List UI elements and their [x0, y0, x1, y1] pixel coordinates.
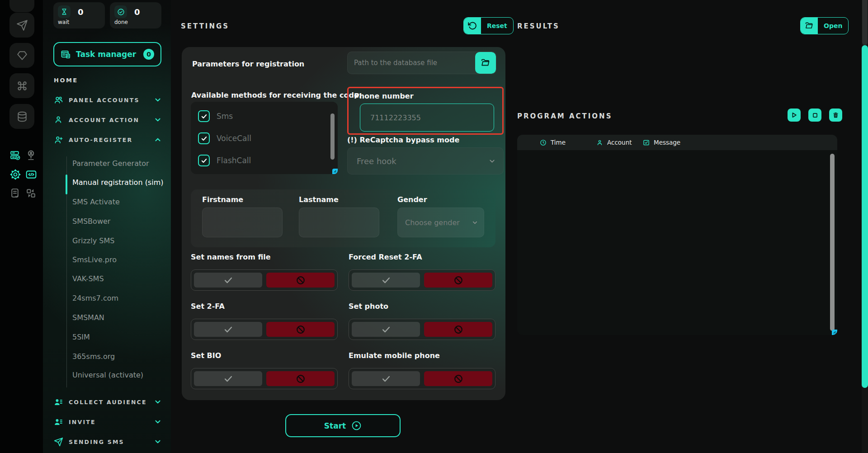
recaptcha-value: Free hook — [348, 156, 396, 166]
deny-block-icon[interactable] — [266, 371, 335, 386]
folder-open-icon — [801, 18, 818, 34]
active-item-bar — [66, 175, 67, 194]
start-button[interactable]: Start — [285, 414, 401, 437]
page-scrollbar-thumb[interactable] — [862, 45, 868, 388]
checkbox-checked-icon[interactable] — [198, 132, 210, 144]
column-message[interactable]: Message — [643, 135, 680, 150]
subitem-grizzly-sms[interactable]: Grizzly SMS — [72, 236, 114, 247]
subitem-sms-activate[interactable]: SMS Activate — [72, 198, 120, 208]
clock-icon — [540, 139, 547, 146]
firstname-input[interactable] — [203, 208, 282, 237]
trash-button[interactable] — [829, 109, 842, 122]
nav-sending-sms[interactable]: SENDING SMS — [53, 436, 162, 448]
allow-check-icon[interactable] — [194, 322, 262, 337]
gender-select[interactable]: Choose gender — [397, 208, 484, 237]
checkbox-checked-icon[interactable] — [198, 110, 210, 122]
subitem-5sim[interactable]: 5SIM — [72, 333, 90, 344]
subitem-smslive-pro[interactable]: SmsLive.pro — [72, 255, 117, 266]
deny-block-icon[interactable] — [266, 273, 335, 288]
task-manager-button[interactable]: Task manager 0 — [53, 42, 161, 66]
reset-button[interactable]: Reset — [463, 17, 514, 34]
nav-panel-accounts[interactable]: PANEL ACCOUNTS — [53, 94, 162, 106]
allow-check-icon[interactable] — [194, 371, 262, 386]
resize-handle-icon[interactable] — [832, 330, 837, 335]
nav-account-action[interactable]: ACCOUNT ACTION — [53, 114, 162, 126]
checkbox-checked-icon[interactable] — [198, 155, 210, 166]
subitem-vak-sms[interactable]: VAK-SMS — [72, 274, 104, 285]
nav-label: SENDING SMS — [69, 439, 124, 445]
gender-placeholder: Choose gender — [398, 218, 460, 227]
server-check-icon[interactable] — [9, 149, 21, 161]
app-window: 0 wait 0 done Task manager 0 HOME — [0, 0, 868, 453]
person-webcam-icon[interactable] — [25, 149, 37, 161]
chevron-down-icon — [154, 96, 162, 104]
page-scrollbar-segment[interactable] — [862, 0, 868, 45]
recaptcha-select[interactable]: Free hook — [347, 147, 504, 175]
deny-block-icon[interactable] — [266, 322, 335, 337]
toggle-label: Emulate mobile phone — [349, 351, 440, 360]
command-icon[interactable] — [9, 73, 34, 98]
home-label[interactable]: HOME — [54, 77, 78, 84]
subitem-365sms[interactable]: 365sms.org — [72, 352, 115, 363]
task-manager-label: Task manager — [76, 50, 136, 59]
subitem-smsman[interactable]: SMSMAN — [72, 313, 104, 324]
subitem-manual-registration[interactable]: Manual registration (sim) — [72, 178, 163, 189]
open-button[interactable]: Open — [800, 17, 849, 34]
allow-check-icon[interactable] — [352, 371, 420, 386]
toggle-forced-reset-2fa — [349, 269, 495, 291]
database-icon[interactable] — [9, 104, 34, 129]
chevron-down-icon — [472, 219, 478, 226]
toggle-set-names-from-file — [191, 269, 338, 291]
allow-check-icon[interactable] — [352, 322, 420, 337]
user-list-icon — [53, 417, 63, 427]
method-flashcall[interactable]: FlashCall — [198, 152, 330, 169]
allow-check-icon[interactable] — [194, 273, 262, 288]
deny-block-icon[interactable] — [424, 273, 492, 288]
column-time[interactable]: Time — [540, 135, 566, 150]
nav-invite[interactable]: INVITE — [53, 416, 162, 428]
subitem-parameter-generator[interactable]: Parameter Generator — [72, 159, 149, 170]
allow-check-icon[interactable] — [352, 273, 420, 288]
rotate-ccw-icon — [464, 18, 481, 34]
db-path-input[interactable] — [348, 59, 475, 67]
phone-number-input[interactable] — [360, 113, 494, 122]
user-list-icon — [53, 397, 63, 407]
subitem-24sms7[interactable]: 24sms7.com — [72, 294, 118, 305]
column-label: Time — [551, 139, 566, 146]
phone-highlight-box: Phone number — [347, 87, 504, 135]
resize-handle-icon[interactable] — [332, 169, 338, 174]
deny-block-icon[interactable] — [424, 371, 492, 386]
params-label: Parameters for registration — [192, 60, 304, 68]
table-header: Time Account Message — [517, 135, 837, 150]
document-check-icon[interactable] — [9, 187, 21, 199]
chevron-up-icon — [154, 136, 162, 144]
nav-label: AUTO-REGISTER — [69, 137, 132, 143]
method-sms[interactable]: Sms — [198, 108, 330, 124]
diamond-icon[interactable] — [9, 43, 34, 68]
subitem-smsbower[interactable]: SMSBower — [72, 217, 110, 228]
code-window-icon[interactable] — [25, 168, 37, 180]
subitem-universal-activate[interactable]: Universal (activate) — [72, 371, 143, 382]
nav-label: COLLECT AUDIENCE — [69, 399, 147, 406]
column-account[interactable]: Account — [596, 135, 632, 150]
table-scrollbar[interactable] — [830, 154, 835, 331]
deny-block-icon[interactable] — [424, 322, 492, 337]
play-button[interactable] — [788, 109, 801, 122]
nav-auto-register[interactable]: AUTO-REGISTER — [53, 134, 162, 146]
toggle-label: Set names from file — [191, 253, 271, 261]
rail-partial-button[interactable] — [9, 0, 34, 12]
send-icon[interactable] — [9, 13, 34, 38]
swap-icon[interactable] — [25, 187, 37, 199]
lastname-label: Lastname — [299, 195, 339, 204]
lastname-input[interactable] — [299, 208, 379, 237]
left-icon-rail — [0, 0, 43, 453]
nav-collect-audience[interactable]: COLLECT AUDIENCE — [53, 396, 162, 408]
stop-button[interactable] — [808, 109, 821, 122]
gear-icon[interactable] — [9, 168, 21, 180]
methods-box: Sms VoiceCall FlashCall — [191, 102, 338, 174]
chevron-down-icon — [488, 157, 496, 165]
method-voicecall[interactable]: VoiceCall — [198, 130, 330, 146]
methods-scrollbar[interactable] — [330, 113, 335, 160]
program-actions-table: Time Account Message — [517, 135, 837, 335]
folder-open-icon[interactable] — [475, 52, 496, 74]
